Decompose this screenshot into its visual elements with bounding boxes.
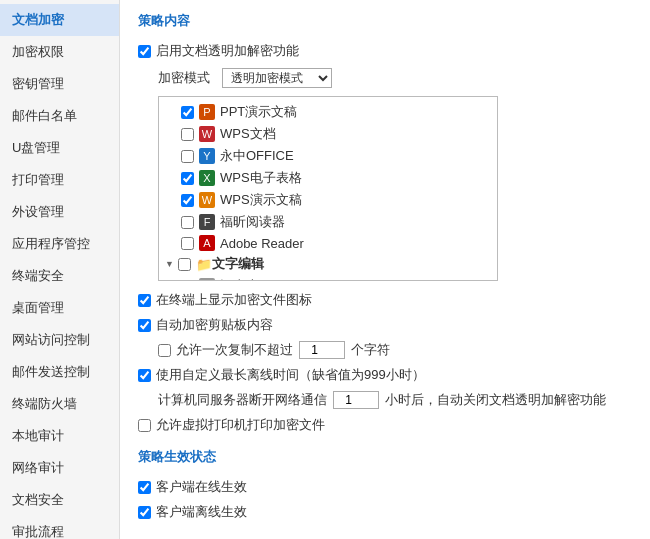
sidebar-item[interactable]: 外设管理 [0, 196, 119, 228]
tree-leaf-item[interactable]: XWPS电子表格 [159, 167, 497, 189]
tree-item-label: PPT演示文稿 [220, 103, 297, 121]
tree-leaf-item[interactable]: WWPS文档 [159, 123, 497, 145]
option-auto-encrypt-row: 自动加密剪贴板内容 [138, 316, 632, 334]
status-title: 策略生效状态 [138, 448, 632, 468]
tree-checkbox[interactable] [181, 150, 194, 163]
options-container: 在终端上显示加密文件图标 自动加密剪贴板内容 允许一次复制不超过 个字符 使用自… [138, 291, 632, 434]
option-show-icon-row: 在终端上显示加密文件图标 [138, 291, 632, 309]
sidebar-item[interactable]: 密钥管理 [0, 68, 119, 100]
tree-item-label: 记事本 [220, 277, 259, 281]
sidebar-item[interactable]: U盘管理 [0, 132, 119, 164]
status-item-checkbox[interactable] [138, 481, 151, 494]
sidebar-item[interactable]: 邮件发送控制 [0, 356, 119, 388]
policy-content-title: 策略内容 [138, 12, 632, 32]
fusu-icon: F [199, 214, 215, 230]
tree-checkbox[interactable] [181, 280, 194, 282]
sidebar-item[interactable]: 文档加密 [0, 4, 119, 36]
tree-checkbox[interactable] [181, 237, 194, 250]
sidebar-item[interactable]: 终端安全 [0, 260, 119, 292]
status-item-label[interactable]: 客户端在线生效 [138, 478, 247, 496]
tree-item-label: WPS文档 [220, 125, 276, 143]
option-disconnect-unit: 小时后，自动关闭文档透明加解密功能 [385, 391, 606, 409]
option-copy-limit-checkbox[interactable] [158, 344, 171, 357]
chevron-icon: ▼ [165, 259, 174, 269]
xls-icon: X [199, 170, 215, 186]
option-show-icon-text: 在终端上显示加密文件图标 [156, 291, 312, 309]
option-disconnect-text1: 计算机同服务器断开网络通信 [158, 391, 327, 409]
tree-checkbox[interactable] [178, 258, 191, 271]
tree-checkbox[interactable] [181, 194, 194, 207]
option-auto-encrypt-label[interactable]: 自动加密剪贴板内容 [138, 316, 273, 334]
status-item-text: 客户端离线生效 [156, 503, 247, 521]
option-auto-encrypt-text: 自动加密剪贴板内容 [156, 316, 273, 334]
sidebar-item[interactable]: 网络审计 [0, 452, 119, 484]
option-copy-limit-text: 允许一次复制不超过 [176, 341, 293, 359]
status-item-checkbox[interactable] [138, 506, 151, 519]
tree-checkbox[interactable] [181, 172, 194, 185]
option-virtual-print-checkbox[interactable] [138, 419, 151, 432]
tree-item-label: 文字编辑 [212, 255, 264, 273]
option-offline-time-label[interactable]: 使用自定义最长离线时间（缺省值为999小时） [138, 366, 425, 384]
notepad-icon: N [199, 278, 215, 281]
tree-item-label: 福昕阅读器 [220, 213, 285, 231]
sidebar: 文档加密加密权限密钥管理邮件白名单U盘管理打印管理外设管理应用程序管控终端安全桌… [0, 0, 120, 539]
file-tree: PPPT演示文稿WWPS文档Y永中OFFICEXWPS电子表格WWPS演示文稿F… [158, 96, 498, 281]
folder-icon: 📁 [196, 257, 212, 272]
option-auto-encrypt-checkbox[interactable] [138, 319, 151, 332]
sidebar-item[interactable]: 审批流程 [0, 516, 119, 539]
copy-limit-number[interactable] [299, 341, 345, 359]
tree-checkbox[interactable] [181, 128, 194, 141]
main-content: 策略内容 启用文档透明加解密功能 加密模式 透明加密模式只读模式关闭模式 PPP… [120, 0, 650, 539]
option-virtual-print-label[interactable]: 允许虚拟打印机打印加密文件 [138, 416, 325, 434]
ppt-icon: P [199, 104, 215, 120]
enable-encrypt-label[interactable]: 启用文档透明加解密功能 [138, 42, 299, 60]
tree-leaf-item[interactable]: Y永中OFFICE [159, 145, 497, 167]
tree-item-label: Adobe Reader [220, 236, 304, 251]
sidebar-item[interactable]: 邮件白名单 [0, 100, 119, 132]
tree-checkbox[interactable] [181, 216, 194, 229]
tree-leaf-item[interactable]: WWPS演示文稿 [159, 189, 497, 211]
tree-checkbox[interactable] [181, 106, 194, 119]
tree-leaf-item[interactable]: AAdobe Reader [159, 233, 497, 253]
status-item-text: 客户端在线生效 [156, 478, 247, 496]
tree-item-label: WPS电子表格 [220, 169, 302, 187]
sidebar-item[interactable]: 应用程序管控 [0, 228, 119, 260]
status-items: 客户端在线生效 客户端离线生效 [138, 478, 632, 521]
status-section: 策略生效状态 客户端在线生效 客户端离线生效 [138, 448, 632, 521]
option-offline-time-checkbox[interactable] [138, 369, 151, 382]
yongzhong-icon: Y [199, 148, 215, 164]
tree-item-label: WPS演示文稿 [220, 191, 302, 209]
tree-leaf-item[interactable]: F福昕阅读器 [159, 211, 497, 233]
wps-p-icon: W [199, 192, 215, 208]
encrypt-mode-select[interactable]: 透明加密模式只读模式关闭模式 [222, 68, 332, 88]
enable-encrypt-checkbox[interactable] [138, 45, 151, 58]
status-item: 客户端离线生效 [138, 503, 632, 521]
wps-icon: W [199, 126, 215, 142]
status-item: 客户端在线生效 [138, 478, 632, 496]
sidebar-item[interactable]: 桌面管理 [0, 292, 119, 324]
adobe-icon: A [199, 235, 215, 251]
option-virtual-print-text: 允许虚拟打印机打印加密文件 [156, 416, 325, 434]
status-item-label[interactable]: 客户端离线生效 [138, 503, 247, 521]
option-show-icon-checkbox[interactable] [138, 294, 151, 307]
option-disconnect-row: 计算机同服务器断开网络通信 小时后，自动关闭文档透明加解密功能 [158, 391, 632, 409]
option-copy-limit-row: 允许一次复制不超过 个字符 [158, 341, 632, 359]
tree-item-label: 永中OFFICE [220, 147, 294, 165]
option-virtual-print-row: 允许虚拟打印机打印加密文件 [138, 416, 632, 434]
tree-group-item[interactable]: ▼📁文字编辑 [159, 253, 497, 275]
copy-limit-unit: 个字符 [351, 341, 390, 359]
sidebar-item[interactable]: 文档安全 [0, 484, 119, 516]
option-copy-limit-label[interactable]: 允许一次复制不超过 [158, 341, 293, 359]
sidebar-item[interactable]: 终端防火墙 [0, 388, 119, 420]
option-show-icon-label[interactable]: 在终端上显示加密文件图标 [138, 291, 312, 309]
option-offline-time-text: 使用自定义最长离线时间（缺省值为999小时） [156, 366, 425, 384]
tree-leaf-item[interactable]: N记事本 [159, 275, 497, 281]
sidebar-item[interactable]: 加密权限 [0, 36, 119, 68]
sidebar-item[interactable]: 网站访问控制 [0, 324, 119, 356]
sidebar-item[interactable]: 打印管理 [0, 164, 119, 196]
tree-leaf-item[interactable]: PPPT演示文稿 [159, 101, 497, 123]
sidebar-item[interactable]: 本地审计 [0, 420, 119, 452]
option-offline-time-row: 使用自定义最长离线时间（缺省值为999小时） [138, 366, 632, 384]
disconnect-hours-number[interactable] [333, 391, 379, 409]
encrypt-mode-label: 加密模式 [158, 69, 210, 87]
